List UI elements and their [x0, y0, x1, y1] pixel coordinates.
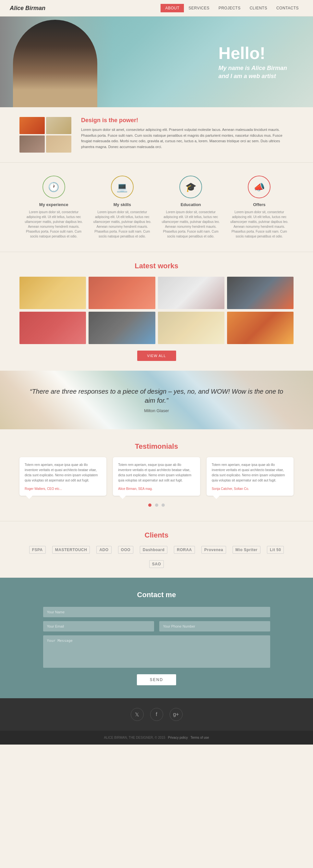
feature-offers: 📣 Offers Lorem ipsum dolor sit, consecte… — [229, 176, 289, 239]
client-logo-3: ADO — [96, 546, 111, 554]
feature-education: 🎓 Education Lorem ipsum dolor sit, conse… — [161, 176, 221, 239]
work-item-7[interactable] — [158, 312, 224, 344]
hero-greeting: Hello! — [219, 43, 287, 63]
contact-form: SEND — [43, 607, 270, 685]
facebook-icon[interactable]: f — [150, 708, 163, 721]
message-input[interactable] — [43, 636, 270, 668]
work-inner-4 — [227, 277, 293, 309]
testimonials-grid: Totem rem aperiam, eaque ipsa quae ab il… — [20, 457, 293, 496]
work-item-3[interactable] — [158, 277, 224, 309]
offers-icon: 📣 — [248, 176, 271, 198]
work-inner-7 — [158, 312, 224, 344]
dot-1[interactable] — [148, 503, 151, 507]
nav-about[interactable]: About — [161, 4, 184, 12]
client-logo-9: Lit 50 — [267, 546, 284, 554]
work-item-1[interactable] — [20, 277, 86, 309]
testimonial-2-text: Totem rem aperiam, eaque ipsa quae ab il… — [118, 462, 195, 483]
nav-services[interactable]: Services — [184, 4, 214, 12]
work-item-6[interactable] — [89, 312, 155, 344]
client-logo-8: Mio Spriter — [233, 546, 260, 554]
testimonial-3: Totem rem aperiam, eaque ipsa quae ab il… — [207, 457, 293, 496]
works-title: Latest works — [20, 262, 293, 270]
testimonial-3-author: Sonja Catcher, Soltan Co. — [212, 487, 288, 491]
works-grid — [20, 277, 293, 344]
client-logo-7: Provenea — [201, 546, 226, 554]
footer-terms[interactable]: Terms of use — [190, 736, 209, 739]
social-section: 𝕏 f g+ — [0, 698, 313, 731]
work-item-8[interactable] — [227, 312, 293, 344]
googleplus-icon[interactable]: g+ — [170, 708, 182, 721]
client-logo-6: RORAA — [174, 546, 195, 554]
client-logo-5: Dashboard — [140, 546, 167, 554]
hero-line2: and I am a web artist — [219, 73, 276, 80]
about-img-3 — [20, 135, 45, 153]
feature-offers-title: Offers — [229, 202, 289, 207]
phone-input[interactable] — [159, 621, 270, 631]
testimonials-section: Testimonials Totem rem aperiam, eaque ip… — [0, 429, 313, 521]
about-img-2 — [46, 117, 72, 134]
feature-skills-title: My skills — [92, 202, 152, 207]
twitter-icon[interactable]: 𝕏 — [131, 708, 144, 721]
email-input[interactable] — [43, 621, 154, 631]
about-images-grid — [20, 117, 72, 153]
quote-section: “There are three responses to a piece of… — [0, 371, 313, 429]
works-section: Latest works VIEW ALL — [0, 252, 313, 371]
hero-person-silhouette — [13, 20, 97, 107]
feature-experience-text: Lorem ipsum dolor sit, consectetur adipi… — [24, 210, 84, 239]
nav-projects[interactable]: Projects — [214, 4, 245, 12]
view-all-button[interactable]: VIEW ALL — [137, 350, 176, 361]
about-section: Design is the power! Lorem ipsum dolor s… — [0, 107, 313, 162]
quote-author: Milton Glaser — [26, 408, 287, 413]
logo: Alice Birman — [10, 5, 46, 12]
testimonial-1-text: Totem rem aperiam, eaque ipsa quae ab il… — [25, 462, 101, 483]
feature-skills-text: Lorem ipsum dolor sit, consectetur adipi… — [92, 210, 152, 239]
client-logo-10: SAO — [149, 560, 164, 568]
testimonial-3-text: Totem rem aperiam, eaque ipsa quae ab il… — [212, 462, 288, 483]
dot-2[interactable] — [155, 503, 158, 507]
name-input[interactable] — [43, 607, 270, 617]
work-inner-8 — [227, 312, 293, 344]
form-row-contact — [43, 621, 270, 631]
testimonial-2-author: Alice Birman, SEA mag. — [118, 487, 195, 491]
work-inner-3 — [158, 277, 224, 309]
work-inner-6 — [89, 312, 155, 344]
clients-logos: FSPA MASTERTOUCH ADO OOO Dashboard RORAA… — [20, 546, 293, 568]
testimonials-title: Testimonials — [20, 442, 293, 451]
feature-offers-text: Lorem ipsum dolor sit, consectetur adipi… — [229, 210, 289, 239]
footer: ALICE BIRMAN, THE DESIGNER, © 2015 Priva… — [0, 731, 313, 745]
nav-contacts[interactable]: Contacts — [272, 4, 303, 12]
feature-skills: 💻 My skills Lorem ipsum dolor sit, conse… — [92, 176, 152, 239]
work-inner-2 — [89, 277, 155, 309]
quote-text: “There are three responses to a piece of… — [26, 387, 287, 405]
work-item-2[interactable] — [89, 277, 155, 309]
education-icon: 🎓 — [179, 176, 202, 198]
skills-icon: 💻 — [111, 176, 134, 198]
features-section: 🕐 My experience Lorem ipsum dolor sit, c… — [0, 162, 313, 252]
client-logo-2: MASTERTOUCH — [52, 546, 90, 554]
work-inner-1 — [20, 277, 86, 309]
nav-clients[interactable]: Clients — [245, 4, 272, 12]
clients-title: Clients — [20, 531, 293, 539]
testimonial-1-author: Roger Walters, CEO etc... — [25, 487, 101, 491]
contact-section: Contact me SEND — [0, 578, 313, 698]
feature-experience: 🕐 My experience Lorem ipsum dolor sit, c… — [24, 176, 84, 239]
navbar: Alice Birman About Services Projects Cli… — [0, 0, 313, 17]
testimonial-2: Totem rem aperiam, eaque ipsa quae ab il… — [113, 457, 200, 496]
feature-experience-title: My experience — [24, 202, 84, 207]
testimonial-1: Totem rem aperiam, eaque ipsa quae ab il… — [20, 457, 106, 496]
dot-3[interactable] — [162, 503, 165, 507]
footer-text: ALICE BIRMAN, THE DESIGNER, © 2015 — [104, 736, 165, 739]
work-item-5[interactable] — [20, 312, 86, 344]
nav-links: About Services Projects Clients Contacts — [161, 4, 303, 12]
footer-privacy[interactable]: Privacy policy — [168, 736, 188, 739]
experience-icon: 🕐 — [42, 176, 65, 198]
hero-section: Hello! My name is Alice Birman and I am … — [0, 17, 313, 107]
about-title: Design is the power! — [81, 117, 293, 124]
work-inner-5 — [20, 312, 86, 344]
feature-education-title: Education — [161, 202, 221, 207]
send-button[interactable]: SEND — [137, 674, 176, 685]
testimonial-dots — [20, 502, 293, 508]
work-item-4[interactable] — [227, 277, 293, 309]
hero-text: Hello! My name is Alice Birman and I am … — [219, 43, 287, 80]
form-row-name — [43, 607, 270, 617]
